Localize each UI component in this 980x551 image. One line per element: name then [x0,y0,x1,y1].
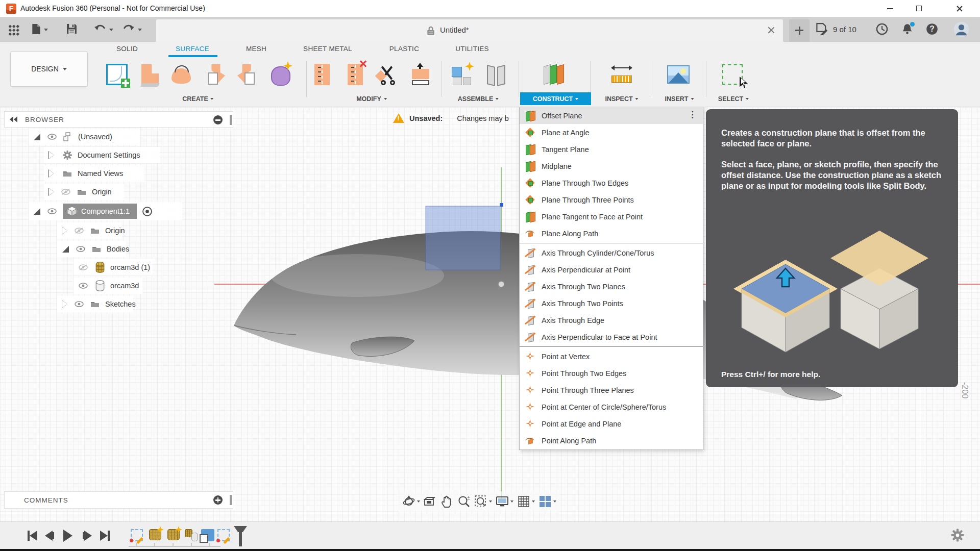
viewports-button[interactable] [538,495,556,508]
collapsed-icon[interactable] [49,170,54,177]
menu-item-axis-through-cylinder-cone-torus[interactable]: Axis Through Cylinder/Cone/Torus [520,244,703,261]
sketch-point[interactable] [500,203,503,207]
tree-item-document-settings[interactable]: Document Settings [4,146,233,164]
tree-item-sketches[interactable]: Sketches [4,295,233,313]
expanded-icon[interactable] [34,208,40,215]
document-tab[interactable]: Untitled* [156,19,783,42]
step-back-button[interactable] [43,529,56,542]
app-launcher-icon[interactable] [8,24,19,36]
timeline-position-marker[interactable] [234,526,247,546]
timeline-mesh-convert-feature[interactable] [185,529,199,543]
comments-panel[interactable]: COMMENTS [4,491,233,509]
tab-close-icon[interactable] [767,26,776,35]
panel-grip[interactable] [230,495,232,505]
browser-header[interactable]: BROWSER [4,111,233,128]
group-insert[interactable]: INSERT [665,93,694,105]
tab-solid[interactable]: SOLID [116,45,138,53]
collapsed-icon[interactable] [62,227,67,234]
timeline-split-feature[interactable] [201,529,215,543]
press-pull-button[interactable] [308,60,336,89]
tab-plastic[interactable]: PLASTIC [389,45,419,53]
workspace-switcher-design[interactable]: DESIGN [10,51,88,87]
more-options-icon[interactable]: ⋮ [688,109,697,120]
eye-off-icon[interactable] [75,227,84,234]
step-forward-button[interactable] [81,529,94,542]
group-modify[interactable]: MODIFY [356,93,387,105]
maximize-button[interactable] [904,0,933,17]
joint-button[interactable] [482,60,510,89]
insert-image-button[interactable] [664,60,693,89]
menu-item-midplane[interactable]: Midplane [520,158,703,174]
selection-rectangle[interactable] [426,206,500,270]
create-sketch-button[interactable] [103,60,131,89]
menu-item-axis-perpendicular-at-point[interactable]: Axis Perpendicular at Point [520,261,703,278]
tree-item-component1[interactable]: Component1:1 [4,201,233,221]
new-tab-button[interactable] [789,19,810,42]
group-inspect[interactable]: INSPECT [605,93,638,105]
eye-off-icon[interactable] [61,188,70,195]
tree-item-unsaved[interactable]: (Unsaved) [4,128,233,146]
timeline-mesh-feature-2[interactable] [167,529,182,543]
loft-button[interactable] [233,60,261,89]
menu-item-offset-plane[interactable]: Offset Plane ⋮ [520,107,703,124]
menu-item-point-through-two-edges[interactable]: Point Through Two Edges [520,365,703,382]
redo-caret-icon[interactable] [138,29,142,31]
expanded-icon[interactable] [62,246,69,253]
group-construct[interactable]: CONSTRUCT [520,92,591,105]
collapsed-icon[interactable] [49,188,54,195]
menu-item-point-through-three-planes[interactable]: Point Through Three Planes [520,382,703,398]
menu-item-plane-through-two-edges[interactable]: Plane Through Two Edges [520,174,703,191]
group-select[interactable]: SELECT [718,93,749,105]
menu-item-tangent-plane[interactable]: Tangent Plane [520,141,703,158]
timeline-settings-gear-icon[interactable] [950,528,965,542]
tree-item-component-origin[interactable]: Origin [4,221,233,240]
menu-item-plane-through-three-points[interactable]: Plane Through Three Points [520,191,703,208]
unstitch-button[interactable] [406,60,435,89]
grid-layout-button[interactable] [517,495,535,508]
menu-item-axis-through-two-points[interactable]: Axis Through Two Points [520,295,703,312]
sweep-button[interactable] [201,60,230,89]
measure-button[interactable] [607,60,636,89]
fit-button[interactable] [474,495,492,508]
timeline-sketch-feature-2[interactable] [217,529,232,543]
timeline-sketch-feature[interactable] [131,529,145,543]
look-at-button[interactable] [424,495,437,508]
menu-item-plane-at-angle[interactable]: Plane at Angle [520,124,703,141]
group-create[interactable]: CREATE [182,93,213,105]
trim-button[interactable] [341,60,370,89]
file-menu-caret-icon[interactable] [44,29,48,31]
extrude-button[interactable] [136,60,164,89]
patch-button[interactable] [266,60,295,89]
tree-item-named-views[interactable]: Named Views [4,164,233,183]
menu-item-axis-through-edge[interactable]: Axis Through Edge [520,312,703,329]
collapsed-icon[interactable] [62,300,67,308]
collapse-panel-icon[interactable] [10,116,18,122]
group-assemble[interactable]: ASSEMBLE [458,93,499,105]
menu-item-point-at-vertex[interactable]: Point at Vertex [520,348,703,365]
menu-item-point-at-edge-and-plane[interactable]: Point at Edge and Plane [520,415,703,432]
menu-item-axis-through-two-planes[interactable]: Axis Through Two Planes [520,278,703,295]
play-button[interactable] [61,529,75,542]
construct-planes-button[interactable] [540,60,568,89]
help-icon[interactable] [926,23,938,35]
tree-item-orcam3d-body[interactable]: orcam3d [4,277,233,295]
undo-icon[interactable] [94,23,106,34]
save-icon[interactable] [66,23,77,34]
eye-icon[interactable] [47,208,57,215]
undo-caret-icon[interactable] [109,29,113,31]
select-button[interactable] [718,60,747,89]
close-button[interactable] [945,0,974,17]
eye-icon[interactable] [79,282,88,289]
orbit-button[interactable] [402,495,420,508]
pan-button[interactable] [440,495,454,508]
go-to-start-button[interactable] [26,529,39,542]
menu-item-point-along-path[interactable]: Point Along Path [520,432,703,449]
file-menu-icon[interactable] [32,23,41,35]
tree-item-origin[interactable]: Origin [4,183,233,201]
menu-item-plane-tangent-to-face-at-point[interactable]: Plane Tangent to Face at Point [520,208,703,225]
tab-sheet-metal[interactable]: SHEET METAL [303,45,352,53]
menu-item-axis-perpendicular-to-face-at-point[interactable]: Axis Perpendicular to Face at Point [520,329,703,345]
eye-off-icon[interactable] [79,264,88,271]
eye-icon[interactable] [76,245,85,253]
panel-grip[interactable] [230,115,232,125]
